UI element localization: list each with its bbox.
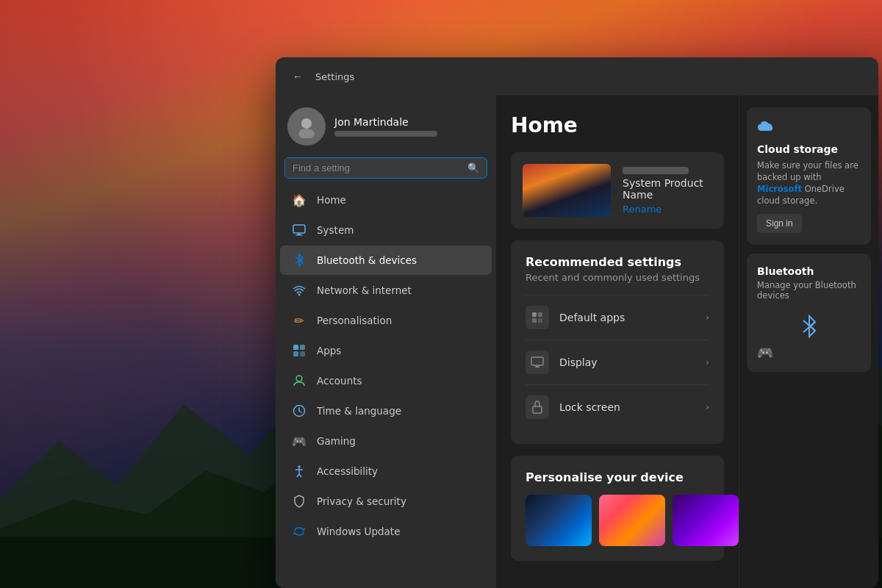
main-scroll: Home System Product Name Rename Recommen… bbox=[496, 96, 739, 588]
svg-rect-15 bbox=[293, 351, 298, 356]
sidebar-label-system: System bbox=[317, 224, 354, 236]
setting-row-display[interactable]: Display › bbox=[526, 340, 709, 384]
sidebar: Jon Martindale 🔍 🏠 Home bbox=[276, 96, 496, 588]
sidebar-item-system[interactable]: System bbox=[280, 215, 492, 245]
setting-row-lock-screen[interactable]: Lock screen › bbox=[526, 384, 709, 429]
svg-rect-14 bbox=[300, 345, 305, 350]
svg-rect-20 bbox=[532, 312, 537, 317]
svg-rect-25 bbox=[535, 366, 539, 368]
bluetooth-right-desc: Manage your Bluetooth devices bbox=[757, 280, 861, 301]
accounts-icon bbox=[292, 373, 306, 388]
sign-in-button[interactable]: Sign in bbox=[757, 214, 802, 233]
sidebar-item-time[interactable]: Time & language bbox=[280, 396, 492, 426]
avatar bbox=[287, 107, 326, 146]
window-title: Settings bbox=[315, 71, 354, 82]
cloud-card-title: Cloud storage bbox=[757, 143, 861, 155]
home-icon: 🏠 bbox=[292, 193, 306, 207]
sidebar-item-bluetooth[interactable]: Bluetooth & devices bbox=[280, 245, 492, 275]
recommended-title: Recommended settings bbox=[526, 255, 709, 269]
theme-option-2[interactable] bbox=[599, 495, 665, 546]
back-button[interactable]: ← bbox=[287, 66, 308, 87]
svg-point-12 bbox=[298, 294, 301, 296]
cloud-card: Cloud storage Make sure your files are b… bbox=[747, 107, 871, 245]
system-info-card: System Product Name Rename bbox=[511, 152, 724, 229]
svg-point-17 bbox=[296, 376, 302, 381]
default-apps-label: Default apps bbox=[559, 312, 695, 323]
system-product-name: System Product Name bbox=[623, 177, 712, 201]
personalise-title: Personalise your device bbox=[526, 470, 709, 484]
sidebar-item-gaming[interactable]: 🎮 Gaming bbox=[280, 426, 492, 456]
accessibility-icon bbox=[292, 464, 306, 478]
user-info: Jon Martindale bbox=[334, 116, 484, 137]
svg-rect-26 bbox=[533, 406, 542, 413]
sidebar-item-accounts[interactable]: Accounts bbox=[280, 366, 492, 395]
bluetooth-right-title: Bluetooth bbox=[757, 265, 861, 277]
recommended-settings-card: Recommended settings Recent and commonly… bbox=[511, 240, 724, 444]
apps-icon bbox=[292, 343, 306, 358]
bluetooth-controls: 🎮 bbox=[757, 345, 861, 360]
user-email-bar bbox=[334, 131, 437, 137]
privacy-icon bbox=[292, 494, 306, 509]
sidebar-label-apps: Apps bbox=[317, 345, 341, 356]
lock-screen-label: Lock screen bbox=[559, 401, 695, 413]
sidebar-label-time: Time & language bbox=[317, 405, 401, 417]
svg-point-8 bbox=[298, 129, 315, 138]
personalisation-icon: ✏️ bbox=[292, 313, 306, 328]
sidebar-label-network: Network & internet bbox=[317, 284, 412, 296]
search-icon: 🔍 bbox=[467, 162, 479, 173]
bluetooth-large-icon bbox=[757, 308, 861, 345]
svg-point-19 bbox=[298, 465, 301, 468]
theme-option-1[interactable] bbox=[526, 495, 592, 546]
network-icon bbox=[292, 283, 306, 298]
rename-link[interactable]: Rename bbox=[623, 204, 712, 215]
svg-rect-16 bbox=[300, 351, 305, 356]
user-profile[interactable]: Jon Martindale bbox=[276, 96, 496, 154]
sidebar-label-gaming: Gaming bbox=[317, 435, 356, 447]
sidebar-label-home: Home bbox=[317, 194, 346, 206]
settings-window: ← Settings Jon Martindale bbox=[276, 57, 878, 588]
default-apps-chevron: › bbox=[706, 312, 709, 323]
sidebar-item-apps[interactable]: Apps bbox=[280, 336, 492, 365]
sidebar-label-personalisation: Personalisation bbox=[317, 315, 392, 326]
personalise-card: Personalise your device bbox=[511, 456, 724, 561]
user-name: Jon Martindale bbox=[334, 116, 484, 128]
update-icon bbox=[292, 524, 306, 539]
svg-rect-23 bbox=[538, 318, 542, 323]
page-title: Home bbox=[511, 113, 724, 137]
display-label: Display bbox=[559, 356, 695, 368]
system-thumbnail-image bbox=[523, 164, 611, 217]
theme-option-3[interactable] bbox=[673, 495, 739, 546]
display-icon bbox=[526, 351, 549, 374]
settings-body: Jon Martindale 🔍 🏠 Home bbox=[276, 96, 878, 588]
system-thumbnail bbox=[523, 164, 611, 217]
system-icon bbox=[292, 223, 306, 237]
sidebar-label-bluetooth: Bluetooth & devices bbox=[317, 254, 417, 266]
sidebar-item-personalisation[interactable]: ✏️ Personalisation bbox=[280, 306, 492, 335]
bluetooth-right-card: Bluetooth Manage your Bluetooth devices … bbox=[747, 254, 871, 372]
sidebar-item-network[interactable]: Network & internet bbox=[280, 276, 492, 305]
lock-screen-icon bbox=[526, 395, 549, 419]
sidebar-item-home[interactable]: 🏠 Home bbox=[280, 185, 492, 215]
search-container: 🔍 bbox=[276, 154, 496, 184]
svg-point-7 bbox=[301, 118, 312, 129]
svg-rect-9 bbox=[293, 225, 305, 233]
display-chevron: › bbox=[706, 357, 709, 368]
sidebar-label-accounts: Accounts bbox=[317, 375, 362, 387]
sidebar-item-accessibility[interactable]: Accessibility bbox=[280, 456, 492, 486]
sidebar-label-accessibility: Accessibility bbox=[317, 465, 378, 477]
system-info-details: System Product Name Rename bbox=[623, 167, 712, 215]
main-content: Home System Product Name Rename Recommen… bbox=[496, 96, 878, 588]
right-panel: Cloud storage Make sure your files are b… bbox=[739, 96, 878, 588]
lock-screen-chevron: › bbox=[706, 402, 709, 412]
sidebar-item-update[interactable]: Windows Update bbox=[280, 517, 492, 546]
search-input[interactable] bbox=[293, 162, 462, 173]
time-icon bbox=[292, 404, 306, 418]
setting-row-default-apps[interactable]: Default apps › bbox=[526, 295, 709, 340]
default-apps-icon bbox=[526, 306, 549, 329]
sidebar-label-update: Windows Update bbox=[317, 526, 400, 537]
theme-grid bbox=[526, 495, 709, 546]
sidebar-nav: 🏠 Home System bbox=[276, 184, 496, 547]
svg-rect-22 bbox=[532, 318, 537, 323]
sidebar-item-privacy[interactable]: Privacy & security bbox=[280, 487, 492, 516]
title-bar: ← Settings bbox=[276, 57, 878, 96]
